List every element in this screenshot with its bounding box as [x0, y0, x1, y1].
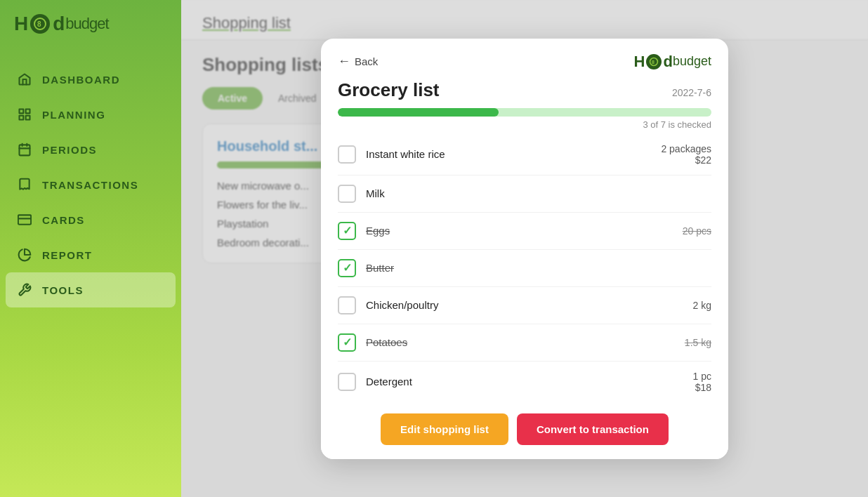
svg-rect-10: [18, 215, 31, 224]
item-checkbox-2[interactable]: ✓: [338, 222, 356, 240]
item-checkbox-5[interactable]: ✓: [338, 333, 356, 352]
checkmark-icon: ✓: [343, 224, 352, 237]
item-name-2: Eggs: [366, 225, 673, 237]
modal-logo-budget: budget: [673, 54, 711, 69]
item-detail-6: 1 pc$18: [693, 371, 711, 393]
modal-progress-fill: [338, 108, 499, 117]
item-checkbox-1[interactable]: [338, 185, 356, 203]
sidebar-item-label: PLANNING: [42, 109, 105, 121]
house-icon: [17, 72, 32, 87]
tools-icon: [17, 282, 32, 298]
svg-rect-6: [20, 145, 30, 155]
sidebar-item-label: TRANSACTIONS: [42, 179, 138, 191]
edit-shopping-list-button[interactable]: Edit shopping list: [381, 413, 508, 445]
back-arrow-icon: ←: [338, 54, 350, 69]
list-item: ✓ Butter: [338, 250, 711, 287]
svg-rect-2: [20, 110, 24, 114]
calendar-icon: [17, 142, 32, 157]
modal-items-list: Instant white rice 2 packages$22 Milk ✓ …: [321, 130, 728, 402]
back-button[interactable]: ← Back: [338, 54, 378, 69]
sidebar-item-tools[interactable]: TOOLS: [6, 272, 176, 307]
modal-footer: Edit shopping list Convert to transactio…: [321, 402, 728, 459]
item-name-6: Detergent: [366, 376, 683, 387]
item-name-3: Butter: [366, 262, 702, 274]
item-name-0: Instant white rice: [366, 148, 651, 160]
list-item: Detergent 1 pc$18: [338, 362, 711, 402]
sidebar-item-planning[interactable]: PLANNING: [0, 97, 181, 132]
item-detail-4: 2 kg: [693, 300, 711, 311]
modal-title-row: Grocery list 2022-7-6: [321, 71, 728, 101]
back-label: Back: [355, 55, 378, 67]
svg-rect-4: [20, 116, 24, 120]
chart-icon: [17, 247, 32, 263]
item-detail-5: 1.5 kg: [685, 337, 711, 348]
checkmark-icon: ✓: [343, 261, 352, 274]
sidebar-item-label: DASHBOARD: [42, 74, 120, 86]
sidebar-item-label: CARDS: [42, 214, 85, 226]
svg-text:8: 8: [652, 60, 655, 65]
sidebar-nav: DASHBOARD PLANNING PERIODS TRANSACTIONS …: [0, 62, 181, 307]
list-item: ✓ Potatoes 1.5 kg: [338, 324, 711, 362]
checkmark-icon: ✓: [343, 336, 352, 349]
modal-date: 2022-7-6: [672, 87, 711, 98]
modal-header: ← Back H 8 d budget: [321, 39, 728, 71]
svg-rect-3: [26, 110, 30, 114]
item-name-1: Milk: [366, 187, 702, 199]
list-item: Instant white rice 2 packages$22: [338, 134, 711, 175]
grocery-list-modal: ← Back H 8 d budget Grocery list 2022-7-…: [321, 39, 728, 459]
modal-progress-label: 3 of 7 is checked: [338, 119, 711, 130]
modal-logo: H 8 d budget: [634, 53, 711, 71]
credit-card-icon: [17, 212, 32, 227]
logo-budget-text: budget: [65, 15, 108, 33]
sidebar-item-label: TOOLS: [42, 284, 84, 296]
logo-area: H 8 d budget: [0, 0, 181, 48]
item-name-5: Potatoes: [366, 336, 675, 348]
logo-icon: 8: [30, 14, 50, 34]
app-logo: H 8 d budget: [14, 13, 109, 35]
list-item: ✓ Eggs 20 pcs: [338, 213, 711, 250]
modal-logo-icon: 8: [646, 54, 662, 69]
item-checkbox-3[interactable]: ✓: [338, 259, 356, 277]
grid-icon: [17, 107, 32, 122]
sidebar-item-transactions[interactable]: TRANSACTIONS: [0, 167, 181, 202]
sidebar-item-label: REPORT: [42, 249, 93, 261]
main-content-area: Shopping list Shopping lists Active Arch…: [181, 0, 868, 497]
svg-text:8: 8: [37, 20, 41, 28]
svg-rect-5: [26, 116, 30, 120]
sidebar-item-dashboard[interactable]: DASHBOARD: [0, 62, 181, 97]
modal-progress-bar: [338, 108, 711, 117]
item-name-4: Chicken/poultry: [366, 299, 683, 311]
modal-overlay: ← Back H 8 d budget Grocery list 2022-7-…: [181, 0, 868, 497]
item-detail-2: 20 pcs: [683, 225, 711, 237]
item-checkbox-4[interactable]: [338, 296, 356, 314]
modal-title: Grocery list: [338, 79, 440, 101]
receipt-icon: [17, 177, 32, 192]
modal-progress-wrap: 3 of 7 is checked: [321, 101, 728, 130]
sidebar-item-cards[interactable]: CARDS: [0, 202, 181, 237]
convert-to-transaction-button[interactable]: Convert to transaction: [517, 413, 669, 445]
list-item: Milk: [338, 175, 711, 213]
sidebar: H 8 d budget DASHBOARD PLANNING PERIODS: [0, 0, 181, 497]
sidebar-item-periods[interactable]: PERIODS: [0, 132, 181, 167]
list-item: Chicken/poultry 2 kg: [338, 287, 711, 324]
sidebar-item-label: PERIODS: [42, 144, 97, 156]
item-checkbox-0[interactable]: [338, 145, 356, 164]
sidebar-item-report[interactable]: REPORT: [0, 237, 181, 272]
item-checkbox-6[interactable]: [338, 373, 356, 391]
item-detail-0: 2 packages$22: [661, 143, 711, 166]
